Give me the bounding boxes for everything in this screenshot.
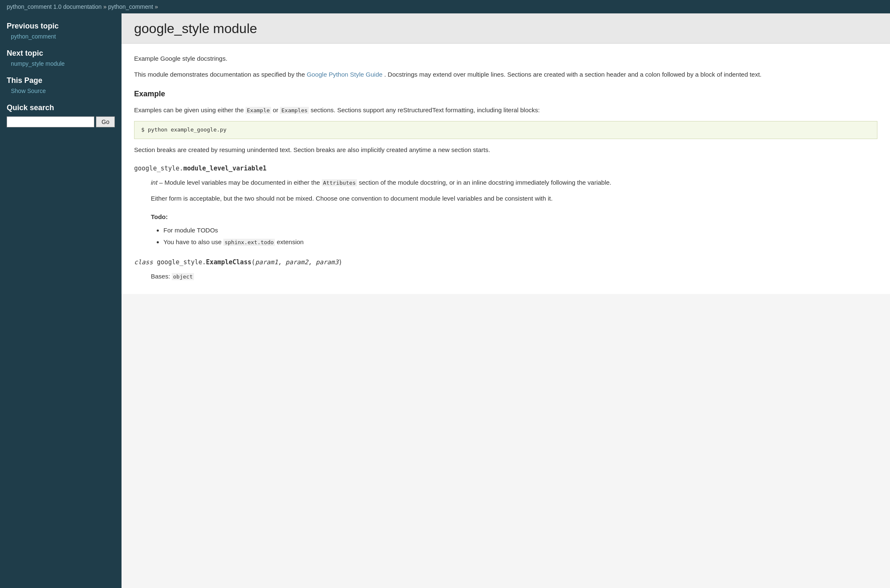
previous-topic-section: Previous topic python_comment (7, 22, 115, 40)
todo-item-2-after: extension (277, 238, 303, 245)
api-desc1-after: section of the module docstring, or in a… (359, 179, 611, 186)
todo-list: For module TODOs You have to also use sp… (163, 225, 877, 247)
todo-item-2: You have to also use sphinx.ext.todo ext… (163, 237, 877, 247)
example-p1-after: sections. Sections support any reStructu… (310, 106, 540, 113)
bases-code: object (172, 273, 194, 280)
example-p1-before: Examples can be given using either the (134, 106, 244, 113)
previous-topic-link[interactable]: python_comment (7, 33, 115, 40)
this-page-heading: This Page (7, 76, 115, 85)
intro-p2-after: . Docstrings may extend over multiple li… (384, 71, 762, 78)
show-source-link[interactable]: Show Source (7, 88, 115, 94)
page-title-bar: google_style module (122, 13, 890, 44)
content-area: Example Google style docstrings. This mo… (122, 44, 890, 294)
search-go-button[interactable]: Go (96, 116, 115, 127)
todo-label: Todo: (151, 212, 877, 222)
topbar: python_comment 1.0 documentation » pytho… (0, 0, 890, 13)
api-attributes-code: Attributes (322, 179, 357, 186)
quick-search-label: Quick search (7, 103, 115, 112)
api-type: int (151, 179, 158, 186)
api-attr-name: module_level_variable1 (183, 165, 266, 172)
next-topic-link[interactable]: numpy_style module (7, 60, 115, 67)
intro-p2-before: This module demonstrates documentation a… (134, 71, 305, 78)
bases-line: Bases: object (151, 271, 877, 281)
previous-topic-heading: Previous topic (7, 22, 115, 31)
class-module: google_style. (157, 258, 206, 266)
sidebar: Previous topic python_comment Next topic… (0, 13, 122, 588)
quick-search-section: Quick search Go (7, 103, 115, 127)
api-name: google_style.module_level_variable1 (134, 165, 266, 172)
this-page-section: This Page Show Source (7, 76, 115, 94)
api-type-line: int – Module level variables may be docu… (151, 178, 877, 188)
section-break-p: Section breaks are created by resuming u… (134, 145, 877, 155)
code-block: $ python example_google.py (134, 121, 877, 139)
example-heading: Example (134, 88, 877, 100)
breadcrumb: python_comment 1.0 documentation » pytho… (7, 3, 158, 10)
example-code1: Example (246, 107, 271, 114)
page-title: google_style module (134, 21, 877, 36)
example-p1: Examples can be given using either the E… (134, 105, 877, 115)
todo-item-2-before: You have to also use (163, 238, 222, 245)
api-desc1-before: – Module level variables may be document… (159, 179, 320, 186)
search-row: Go (7, 116, 115, 127)
breadcrumb-home-link[interactable]: python_comment 1.0 documentation (7, 3, 101, 10)
api-module-prefix: google_style. (134, 165, 183, 172)
api-desc2: Either form is acceptable, but the two s… (151, 193, 877, 204)
main-content: google_style module Example Google style… (122, 13, 890, 588)
class-full: google_style.ExampleClass(param1, param2… (157, 258, 342, 266)
class-params: param1, param2, param3 (255, 258, 339, 266)
class-entry: class google_style.ExampleClass(param1, … (134, 257, 877, 267)
api-body: int – Module level variables may be docu… (151, 178, 877, 247)
todo-box: Todo: For module TODOs You have to also … (151, 212, 877, 247)
breadcrumb-sep2: » (155, 3, 158, 10)
class-keyword: class (134, 258, 153, 266)
bases-label: Bases: (151, 273, 170, 280)
api-entry-module-var: google_style.module_level_variable1 (134, 163, 877, 173)
search-input[interactable] (7, 116, 94, 127)
breadcrumb-sep1: » (103, 3, 108, 10)
example-code2: Examples (280, 107, 309, 114)
intro-p2: This module demonstrates documentation a… (134, 70, 877, 80)
todo-item-1: For module TODOs (163, 225, 877, 235)
class-classname: ExampleClass (206, 258, 251, 266)
intro-p1: Example Google style docstrings. (134, 54, 877, 64)
google-style-guide-link[interactable]: Google Python Style Guide (307, 71, 383, 78)
next-topic-heading: Next topic (7, 49, 115, 58)
breadcrumb-module-link[interactable]: python_comment (108, 3, 153, 10)
todo-item-2-code: sphinx.ext.todo (223, 239, 275, 246)
next-topic-section: Next topic numpy_style module (7, 49, 115, 67)
